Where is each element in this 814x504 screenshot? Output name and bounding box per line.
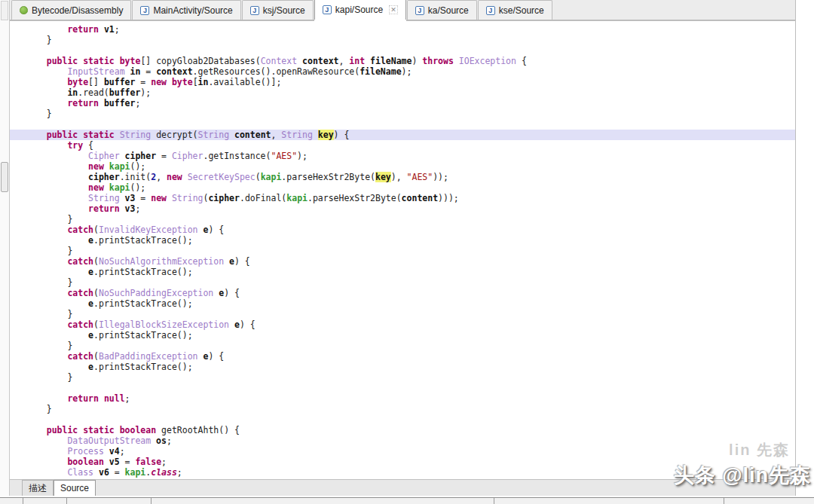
token-kw: public [47,56,78,66]
token-kw: false [135,457,161,467]
token-pl [229,319,234,330]
token-pl [26,193,88,203]
token-kw: byte [120,56,141,66]
code-line[interactable]: } [26,108,795,119]
code-line[interactable]: Class v6 = kapi.class; [26,467,795,478]
code-editor[interactable]: return v1; } public static byte[] copyGl… [10,23,795,479]
android-icon [20,6,28,14]
token-pl: ( [93,256,99,267]
code-line-current[interactable]: public static String decrypt(String cont… [10,130,795,140]
tab-ka-source[interactable]: Jka/Source [407,0,477,20]
code-line[interactable]: e.printStackTrace(); [26,330,795,341]
tab-ksj-source[interactable]: Jksj/Source [242,0,314,20]
code-line[interactable]: try { [26,140,795,151]
code-line[interactable]: catch(BadPaddingException e) { [26,351,795,362]
scrollbar-thumb[interactable] [1,162,8,192]
token-kw: throws [422,56,454,66]
token-pl: ) { [240,319,256,330]
token-ty: String [120,130,151,140]
code-area[interactable]: return v1; } public static byte[] copyGl… [10,23,795,478]
token-pl: ); [402,66,412,77]
code-line[interactable]: public static byte[] copyGloab2Databases… [26,56,795,66]
code-line[interactable]: Cipher cipher = Cipher.getInstance("AES"… [26,151,795,161]
code-line[interactable]: String v3 = new String(cipher.doFinal(ka… [26,193,795,203]
token-pl [26,98,67,108]
code-line[interactable]: return null; [26,393,795,404]
code-line[interactable]: } [26,372,795,383]
token-id: v1 [104,24,115,35]
left-scrollbar[interactable] [0,0,10,496]
token-pl [99,24,104,35]
token-pl: [ [193,77,198,87]
tab-label: kapi/Source [335,5,383,15]
token-id: cipher [208,193,240,203]
tab-bytecode-disassembly[interactable]: Bytecode/Disassembly [11,0,131,20]
code-line[interactable]: DataOutputStream os; [26,435,795,446]
code-line[interactable]: boolean v5 = false; [26,457,795,467]
editor-tab-bar: Bytecode/DisassemblyJMainActivity/Source… [10,0,795,21]
code-line[interactable]: catch(NoSuchAlgorithmException e) { [26,256,795,267]
token-pl [120,203,125,214]
tab-kse-source[interactable]: Jkse/Source [478,0,552,20]
token-pl [26,467,67,478]
code-line[interactable]: catch(IllegalBlockSizeException e) { [26,319,795,330]
code-line[interactable]: catch(NoSuchPaddingException e) { [26,288,795,298]
token-pl [26,130,47,140]
close-icon[interactable]: ✕ [389,5,398,14]
code-line[interactable]: } [26,404,795,414]
token-pl: ) { [224,288,240,298]
code-line[interactable]: return v1; [26,24,795,35]
code-line[interactable]: } [26,35,795,45]
panel-divider [66,498,67,504]
token-pl: .parseHexStr2Byte( [281,172,375,182]
token-ty: String [281,130,313,140]
token-pl: ( [93,225,99,235]
code-line[interactable]: } [26,277,795,288]
token-kw: byte [172,77,193,87]
token-pl [26,393,67,404]
token-pl: .read( [78,87,109,98]
token-id: v5 [109,457,120,467]
code-line[interactable]: new kapi(); [26,182,795,193]
code-line[interactable]: cipher.init(2, new SecretKeySpec(kapi.pa… [26,172,795,182]
token-pl: ( [93,319,99,330]
code-line[interactable]: } [26,341,795,351]
code-line[interactable]: e.printStackTrace(); [26,267,795,277]
token-kw: new [167,172,182,182]
code-line[interactable]: InputStream in = context.getResources().… [26,66,795,77]
code-line[interactable]: byte[] buffer = new byte[in.available()]… [26,77,795,87]
token-kw: int [349,56,365,66]
token-kw: new [151,193,167,203]
panel-divider [151,498,151,504]
code-line[interactable] [26,414,795,425]
code-line[interactable]: catch(InvalidKeyException e) { [26,225,795,235]
token-pl: .printStackTrace(); [93,330,193,341]
code-line[interactable]: Process v4; [26,446,795,457]
code-line[interactable]: return v3; [26,203,795,214]
code-line[interactable]: return buffer; [26,98,795,108]
token-pl: decrypt( [151,130,197,140]
code-line[interactable]: in.read(buffer); [26,87,795,98]
code-line[interactable] [26,119,795,130]
code-line[interactable]: } [26,309,795,319]
view-tab-描述[interactable]: 描述 [22,480,54,496]
token-pl: )); [433,172,448,182]
tab-mainactivity-source[interactable]: JMainActivity/Source [132,0,240,20]
code-line[interactable]: new kapi(); [26,161,795,172]
token-kw: return [67,98,99,108]
token-pl: ; [125,393,130,404]
code-line[interactable]: } [26,214,795,225]
code-line[interactable]: e.printStackTrace(); [26,362,795,372]
token-id: buffer [104,98,136,108]
code-line[interactable] [26,383,795,393]
code-line[interactable]: e.printStackTrace(); [26,298,795,309]
token-pl: = [156,151,172,161]
code-line[interactable]: e.printStackTrace(); [26,235,795,246]
code-line[interactable]: } [26,246,795,256]
code-line[interactable]: public static boolean getRootAhth() { [26,425,795,435]
code-line[interactable] [26,45,795,56]
token-id: v6 [99,467,109,478]
view-tab-source[interactable]: Source [54,480,96,496]
token-kw: new [151,77,167,87]
tab-kapi-source[interactable]: Jkapi/Source✕ [314,0,406,20]
